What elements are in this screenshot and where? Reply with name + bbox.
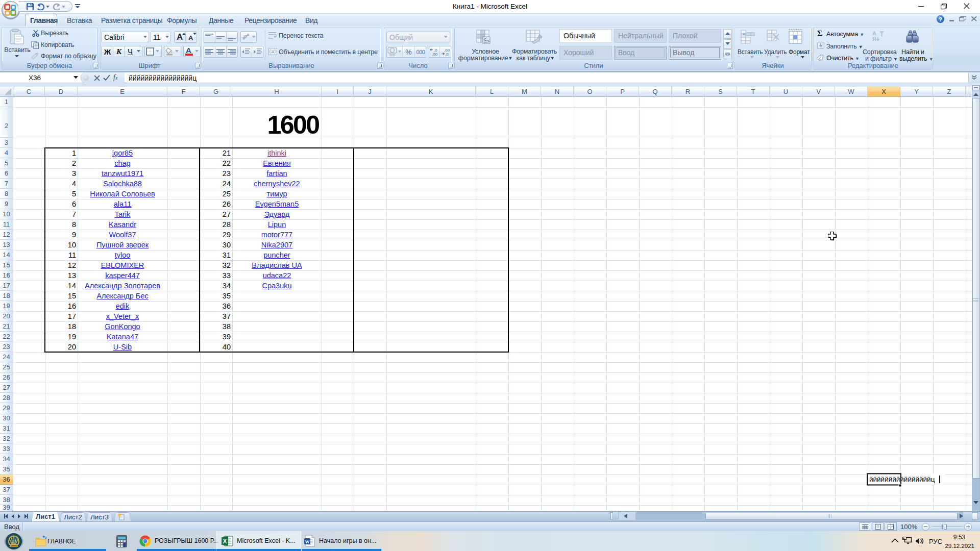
svg-text:W: W bbox=[305, 539, 310, 544]
svg-text:Я: Я bbox=[872, 36, 876, 42]
svg-text:,0: ,0 bbox=[445, 52, 449, 56]
svg-text:?: ? bbox=[939, 16, 942, 22]
svg-text:X: X bbox=[223, 538, 227, 545]
svg-text:,00: ,00 bbox=[432, 52, 438, 56]
svg-text:a: a bbox=[272, 49, 274, 54]
